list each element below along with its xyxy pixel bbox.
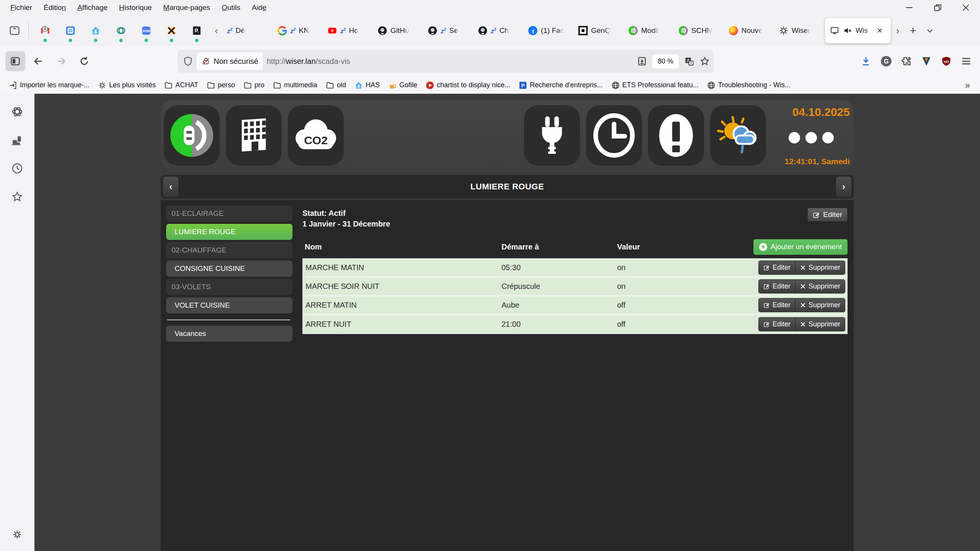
tab-modif[interactable]: Modif	[624, 18, 675, 43]
menubar-item-fichier[interactable]: Fichier	[5, 2, 37, 13]
bookmark-troubleshooting-wis[interactable]: Troubleshooting - Wis...	[704, 80, 794, 91]
site-security-chip[interactable]: Non sécurisé	[197, 52, 263, 70]
menu-item-volet-cuisine[interactable]: VOLET CUISINE	[166, 297, 292, 313]
menubar-item-outils[interactable]: Outils	[217, 2, 245, 13]
sidebar-toggle-button[interactable]	[5, 51, 25, 71]
bookmark-achat[interactable]: ACHAT	[161, 80, 202, 91]
back-button[interactable]	[28, 51, 48, 71]
tab-ch[interactable]: zzCh	[474, 18, 524, 43]
scroll-tabs-left-icon[interactable]: ‹	[209, 25, 223, 37]
row-delete-button[interactable]: Supprimer	[795, 317, 845, 331]
well-plug[interactable]	[524, 105, 580, 166]
ellipsis-dots-icon[interactable]	[789, 132, 834, 143]
row-edit-button[interactable]: Editer	[758, 279, 795, 293]
bookmark-has[interactable]: HAS	[351, 80, 383, 91]
tab-genq[interactable]: GenQ	[574, 18, 624, 43]
translate-icon[interactable]: A文	[684, 56, 694, 67]
row-delete-button[interactable]: Supprimer	[795, 279, 845, 293]
menubar-item-aide[interactable]: Aide	[247, 2, 271, 13]
sidebar-bookmarks-star-icon[interactable]	[11, 190, 24, 203]
sidebar-history-icon[interactable]	[11, 162, 24, 175]
tab-ho[interactable]: zzHo	[323, 18, 374, 43]
tab-wiser[interactable]: Wiser	[775, 18, 825, 43]
extensions-puzzle-icon[interactable]	[901, 56, 912, 67]
close-window-button[interactable]	[952, 0, 980, 15]
next-page-button[interactable]: ›	[836, 176, 852, 197]
pinned-tab-home-assistant[interactable]	[83, 18, 108, 43]
bookmark-star-icon[interactable]	[700, 56, 710, 66]
pinned-tab-dsm[interactable]: DSM	[134, 18, 159, 43]
row-delete-button[interactable]: Supprimer	[795, 298, 845, 312]
well-wiser-logo[interactable]	[164, 105, 220, 166]
url-bar[interactable]: Non sécurisé http://wiser.lan/scada-vis …	[178, 50, 714, 73]
well-building[interactable]	[226, 105, 282, 166]
well-clock[interactable]	[586, 105, 642, 166]
tab-nouve[interactable]: Nouve	[725, 18, 775, 43]
bookmark-recherche-d-entrepris[interactable]: PRecherche d'entrepris...	[515, 80, 606, 91]
row-edit-button[interactable]: Editer	[758, 261, 795, 275]
tab-d[interactable]: zzDé	[223, 18, 273, 43]
edit-schedule-button[interactable]: Editer	[807, 208, 848, 222]
menu-item-02-chauffage[interactable]: 02-CHAUFFAGE	[166, 242, 292, 258]
menubar-item-affichage[interactable]: Affichage	[72, 2, 113, 13]
bookmark-gofile[interactable]: Gofile	[385, 80, 421, 91]
tab-githu[interactable]: GitHu	[374, 18, 424, 43]
pinned-tab-gmail[interactable]: 8	[33, 18, 58, 43]
bookmark-importer-les-marque[interactable]: Importer les marque-...	[5, 80, 93, 91]
well-alert[interactable]	[648, 105, 704, 166]
tab-kn[interactable]: zzKN	[273, 18, 323, 43]
bookmark-ets-professional-featu[interactable]: ETS Professional featu...	[608, 80, 702, 91]
list-all-tabs-icon[interactable]	[921, 22, 938, 39]
app-menu-hamburger-icon[interactable]	[961, 56, 972, 67]
extension-v-icon[interactable]	[921, 56, 932, 67]
row-edit-button[interactable]: Editer	[758, 317, 795, 331]
pinned-tab-gcal[interactable]: 31	[58, 18, 83, 43]
tab-schn[interactable]: SCHN	[675, 18, 725, 43]
new-tab-button[interactable]: +	[905, 22, 921, 39]
menu-item-lumiere-rouge[interactable]: LUMIERE ROUGE	[166, 224, 292, 240]
bookmark-les-plus-visit-s[interactable]: Les plus visités	[95, 80, 159, 91]
menu-item-01-eclairage[interactable]: 01-ECLAIRAGE	[166, 205, 292, 222]
minimize-window-button[interactable]	[895, 0, 923, 15]
sidebar-synced-tabs-icon[interactable]	[11, 134, 24, 147]
tab-se[interactable]: zzSe	[424, 18, 474, 43]
menubar-item-dition[interactable]: Édition	[39, 2, 71, 13]
prev-page-button[interactable]: ‹	[163, 176, 179, 197]
menu-item-vacances[interactable]: Vacances	[166, 326, 292, 342]
sidebar-chatgpt-icon[interactable]	[11, 105, 24, 118]
bookmark-perso[interactable]: perso	[203, 80, 238, 91]
pinned-tab-rings[interactable]	[108, 18, 134, 43]
downloads-icon[interactable]	[861, 56, 871, 67]
row-delete-button[interactable]: Supprimer	[795, 261, 845, 275]
pinned-tab-x-app[interactable]	[159, 18, 184, 43]
scroll-tabs-right-icon[interactable]: ›	[891, 25, 905, 37]
bookmark-pro[interactable]: pro	[240, 80, 268, 91]
bookmark-old[interactable]: old	[322, 80, 350, 91]
pinned-tab-p-app[interactable]: P.	[184, 18, 209, 43]
row-edit-button[interactable]: Editer	[758, 298, 795, 312]
well-co2[interactable]: CO2	[288, 105, 344, 166]
bookmarks-overflow-icon[interactable]: »	[965, 80, 975, 91]
zoom-level-indicator[interactable]: 80 %	[652, 54, 679, 68]
bookmark-multimedia[interactable]: multimedia	[270, 80, 321, 91]
menu-item-03-volets[interactable]: 03-VOLETS	[166, 279, 292, 295]
restore-window-button[interactable]	[923, 0, 952, 15]
sidebar-settings-gear-icon[interactable]	[11, 528, 24, 541]
extension-g-icon[interactable]: G	[880, 55, 892, 67]
menu-item-consigne-cuisine[interactable]: CONSIGNE CUISINE	[166, 261, 292, 277]
firefox-view-button[interactable]	[5, 21, 24, 41]
add-event-button[interactable]: + Ajouter un évènement	[753, 239, 848, 255]
ublock-origin-icon[interactable]: uO	[941, 56, 952, 67]
menubar-item-marquepages[interactable]: Marque-pages	[158, 2, 216, 13]
forward-button[interactable]	[51, 51, 71, 71]
close-tab-icon[interactable]: ×	[875, 25, 884, 36]
tab-active-wiser[interactable]: Wis ×	[825, 18, 891, 43]
bookmark-chartist-to-display-nice[interactable]: chartist to display nice...	[422, 80, 514, 91]
reload-button[interactable]	[74, 51, 94, 71]
shield-icon[interactable]	[183, 56, 193, 66]
well-weather[interactable]	[710, 105, 766, 166]
tab-1fac[interactable]: f(1) Fac	[524, 18, 574, 43]
save-page-icon[interactable]	[637, 56, 647, 66]
menubar-item-historique[interactable]: Historique	[114, 2, 157, 13]
muted-speaker-icon[interactable]	[843, 26, 853, 36]
